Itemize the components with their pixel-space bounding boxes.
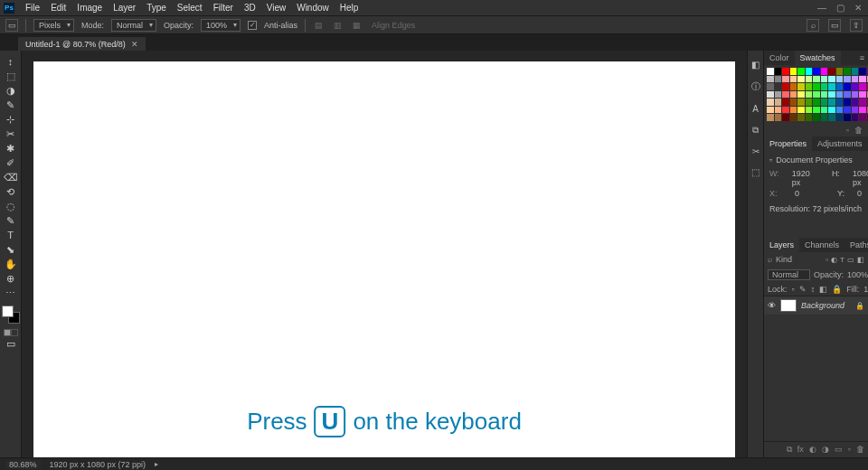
swatch[interactable] <box>813 99 820 106</box>
swatch[interactable] <box>813 68 820 75</box>
swatch[interactable] <box>767 83 774 90</box>
swatch[interactable] <box>859 99 866 106</box>
swatch[interactable] <box>821 107 828 114</box>
history-brush-tool[interactable]: ⟲ <box>2 184 20 199</box>
swatch[interactable] <box>806 76 813 83</box>
align-right-icon[interactable]: ▦ <box>351 21 363 30</box>
layer-thumbnail[interactable] <box>780 299 797 312</box>
current-tool-icon[interactable]: ▭ <box>5 19 18 32</box>
swatch[interactable] <box>790 91 797 99</box>
swatch[interactable] <box>767 114 774 121</box>
crop-tool[interactable]: ⊹ <box>2 112 20 127</box>
menu-view[interactable]: View <box>261 3 292 13</box>
document-canvas[interactable]: Press U on the keyboard <box>33 61 735 457</box>
swatch[interactable] <box>828 83 835 90</box>
mode-dropdown[interactable]: Normal <box>111 19 156 32</box>
swatch[interactable] <box>790 99 797 106</box>
menu-help[interactable]: Help <box>335 3 364 13</box>
zoom-tool[interactable]: ⊕ <box>2 271 20 286</box>
pen-tool[interactable]: ✎ <box>2 213 20 228</box>
type-tool[interactable]: T <box>2 228 20 242</box>
swatch[interactable] <box>852 76 859 83</box>
wand-tool[interactable]: ✎ <box>2 98 20 112</box>
share-icon[interactable]: ⇪ <box>850 19 863 32</box>
swatch[interactable] <box>806 83 813 90</box>
swatch[interactable] <box>797 76 805 83</box>
path-tool[interactable]: ⬊ <box>2 242 20 257</box>
menu-3d[interactable]: 3D <box>239 3 261 13</box>
swatch[interactable] <box>813 83 820 90</box>
swatch[interactable] <box>836 76 844 83</box>
menu-edit[interactable]: Edit <box>45 3 71 13</box>
swatch[interactable] <box>844 107 851 114</box>
swatch[interactable] <box>852 114 859 121</box>
dock-icon-4[interactable]: ⧉ <box>752 125 759 136</box>
swatch[interactable] <box>828 76 835 83</box>
swatch[interactable] <box>797 91 805 99</box>
swatch[interactable] <box>852 83 859 90</box>
window-minimize[interactable]: — <box>817 3 826 13</box>
swatch[interactable] <box>782 114 789 121</box>
swatch[interactable] <box>859 68 866 75</box>
swatch[interactable] <box>797 68 805 75</box>
group-icon[interactable]: ▭ <box>835 445 843 455</box>
screenmode-icon[interactable]: ▭ <box>2 336 20 351</box>
move-tool[interactable]: ↕ <box>2 54 20 69</box>
swatch[interactable] <box>790 68 797 75</box>
swatch[interactable] <box>836 91 844 99</box>
swatch[interactable] <box>797 83 805 90</box>
swatch[interactable] <box>844 83 851 90</box>
dock-icon-6[interactable]: ⬚ <box>751 167 760 177</box>
menu-file[interactable]: File <box>20 3 45 13</box>
swatch[interactable] <box>797 107 805 114</box>
swatch[interactable] <box>844 114 851 121</box>
swatch[interactable] <box>767 76 774 83</box>
swatch[interactable] <box>782 99 789 106</box>
eyedropper-tool[interactable]: ✂ <box>2 127 20 141</box>
swatch[interactable] <box>775 99 782 106</box>
swatch[interactable] <box>836 99 844 106</box>
fx-icon[interactable]: fx <box>797 445 804 455</box>
foreground-color-swatch[interactable] <box>2 306 14 317</box>
trash-icon[interactable]: 🗑 <box>856 445 864 455</box>
swatch[interactable] <box>806 68 813 75</box>
swatch[interactable] <box>821 83 828 90</box>
swatch[interactable] <box>782 83 789 90</box>
color-swatch-pair[interactable] <box>2 306 20 324</box>
mask-icon[interactable]: ◐ <box>809 445 816 455</box>
document-tab[interactable]: Untitled-1 @ 80.7% (Red/8) ✕ <box>18 37 146 51</box>
swatch[interactable] <box>821 68 828 75</box>
swatch[interactable] <box>813 76 820 83</box>
swatch[interactable] <box>836 114 844 121</box>
swatch[interactable] <box>836 68 844 75</box>
zoom-level[interactable]: 80.68% <box>5 460 41 469</box>
swatch[interactable] <box>859 114 866 121</box>
swatch[interactable] <box>821 91 828 99</box>
workspace-icon[interactable]: ▭ <box>828 19 841 32</box>
swatch[interactable] <box>767 91 774 99</box>
opacity-dropdown[interactable]: 100% <box>201 19 241 32</box>
tab-adjustments[interactable]: Adjustments <box>812 136 868 151</box>
dock-icon-3[interactable]: A <box>752 104 759 114</box>
tab-properties[interactable]: Properties <box>764 136 812 151</box>
unit-dropdown[interactable]: Pixels <box>33 19 74 32</box>
search-icon[interactable]: ⌕ <box>807 19 819 32</box>
swatch[interactable] <box>844 68 851 75</box>
swatch[interactable] <box>797 114 805 121</box>
stamp-tool[interactable]: ⌫ <box>2 170 20 184</box>
swatch[interactable] <box>782 107 789 114</box>
brush-tool[interactable]: ✐ <box>2 155 20 170</box>
swatch[interactable] <box>852 91 859 99</box>
swatch[interactable] <box>821 76 828 83</box>
swatch[interactable] <box>790 76 797 83</box>
hand-tool[interactable]: ✋ <box>2 257 20 271</box>
swatch[interactable] <box>828 107 835 114</box>
swatch[interactable] <box>828 68 835 75</box>
swatch[interactable] <box>836 83 844 90</box>
swatch[interactable] <box>790 107 797 114</box>
swatch[interactable] <box>767 68 774 75</box>
swatch[interactable] <box>797 99 805 106</box>
swatch[interactable] <box>775 91 782 99</box>
swatch[interactable] <box>828 99 835 106</box>
swatch[interactable] <box>767 99 774 106</box>
